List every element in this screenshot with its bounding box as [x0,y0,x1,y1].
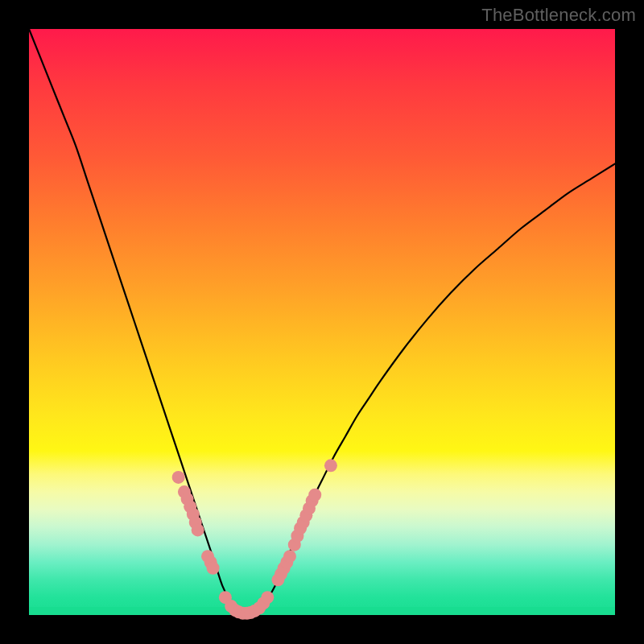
curve-marker [308,489,321,502]
curve-marker [172,471,185,484]
plot-area [29,29,615,615]
curve-marker [207,562,220,575]
bottleneck-curve [29,29,615,613]
chart-svg [29,29,615,615]
curve-marker [283,550,296,563]
curve-markers [172,459,337,619]
curve-marker [261,591,274,604]
watermark-text: TheBottleneck.com [481,5,636,26]
curve-marker [324,459,337,472]
curve-marker [192,523,204,536]
chart-frame: TheBottleneck.com [0,0,644,644]
